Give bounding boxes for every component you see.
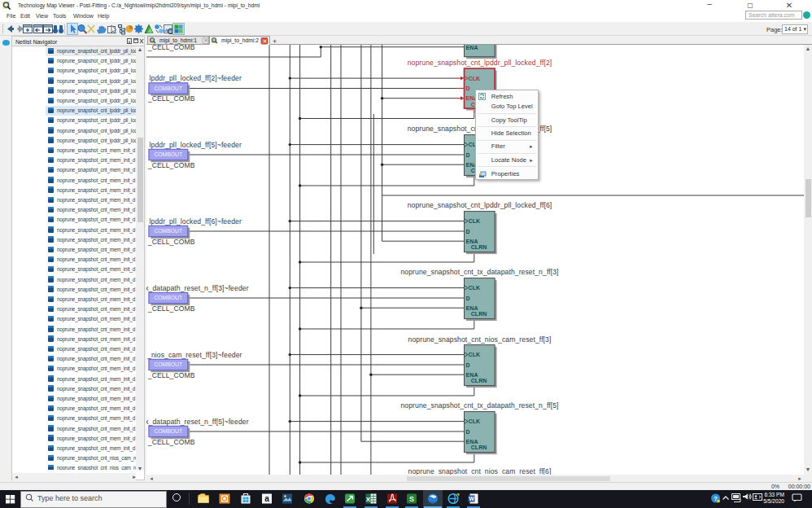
- svg-text:D: D: [466, 229, 470, 234]
- svg-text:_nios_cam_reset_ff[3]~feeder: _nios_cam_reset_ff[3]~feeder: [146, 351, 242, 359]
- svg-text:noprune_snapshot_cnt_nios_cam_: noprune_snapshot_cnt_nios_cam_reset_ff[6…: [408, 467, 552, 475]
- svg-text:+: +: [273, 37, 277, 46]
- svg-text:x_datapath_reset_n_ff[3]~feede: x_datapath_reset_n_ff[3]~feeder: [146, 284, 249, 292]
- svg-text:_CELL_COMB: _CELL_COMB: [147, 45, 195, 51]
- svg-text:✕: ✕: [263, 38, 267, 44]
- svg-text:mipi_to_hdmi:2: mipi_to_hdmi:2: [221, 37, 259, 44]
- svg-text:_CELL_COMB: _CELL_COMB: [147, 238, 195, 246]
- svg-text:noprune_snapshot_cnt_tx_datapa: noprune_snapshot_cnt_tx_datapath_reset_n…: [400, 268, 558, 276]
- svg-text:CLK: CLK: [469, 352, 481, 357]
- svg-text:_CELL_COMB: _CELL_COMB: [147, 161, 195, 169]
- svg-text:CLK: CLK: [469, 218, 481, 224]
- svg-text:noprune_snapshot_cnt_lpddr_pll: noprune_snapshot_cnt_lpddr_pll_locked_ff…: [408, 201, 552, 209]
- svg-text:x_datapath_reset_n_ff[5]~feede: x_datapath_reset_n_ff[5]~feeder: [146, 418, 249, 426]
- svg-text:✕: ✕: [203, 37, 207, 43]
- svg-text:COMBOUT: COMBOUT: [154, 295, 182, 300]
- svg-text:CLK: CLK: [469, 418, 481, 424]
- svg-text:lpddr_pll_locked_ff[2]~feeder: lpddr_pll_locked_ff[2]~feeder: [150, 74, 242, 82]
- svg-text:a: a: [264, 494, 269, 503]
- svg-text:COMBOUT: COMBOUT: [154, 361, 182, 367]
- svg-text:W: W: [469, 496, 474, 501]
- svg-text:D: D: [466, 152, 470, 158]
- svg-text:noprune_snapshot_cnt_tx_datapa: noprune_snapshot_cnt_tx_datapath_reset_n…: [400, 401, 558, 409]
- svg-text:ENA: ENA: [466, 305, 478, 311]
- svg-text:CLRN: CLRN: [471, 311, 487, 317]
- svg-text:lpddr_pll_locked_ff[5]~feeder: lpddr_pll_locked_ff[5]~feeder: [150, 141, 242, 149]
- svg-text:CLRN: CLRN: [471, 378, 487, 383]
- svg-text:_CELL_COMB: _CELL_COMB: [147, 371, 195, 379]
- svg-text:D: D: [466, 429, 470, 435]
- svg-text:D: D: [466, 362, 470, 368]
- svg-text:COMBOUT: COMBOUT: [154, 428, 182, 434]
- svg-text:_CELL_COMB: _CELL_COMB: [147, 94, 195, 103]
- svg-text:S: S: [409, 495, 414, 503]
- svg-text:CLRN: CLRN: [471, 244, 487, 250]
- svg-text:_CELL_COMB: _CELL_COMB: [147, 304, 195, 313]
- svg-text:noprune_snapshot_cnt_lpddr_pll: noprune_snapshot_cnt_lpddr_pll_locked_ff…: [408, 59, 552, 67]
- svg-text:ENA: ENA: [466, 45, 478, 50]
- svg-text:ENA: ENA: [466, 439, 478, 444]
- svg-text:ENA: ENA: [466, 372, 478, 378]
- svg-text:ENA: ENA: [466, 239, 478, 244]
- svg-text:_CELL_COMB: _CELL_COMB: [147, 438, 195, 446]
- svg-text:CLK: CLK: [469, 76, 481, 81]
- svg-text:X: X: [366, 496, 371, 503]
- svg-text:CLK: CLK: [469, 285, 481, 291]
- svg-text:mipi_to_hdmi:1: mipi_to_hdmi:1: [159, 37, 197, 44]
- svg-text:COMBOUT: COMBOUT: [154, 228, 182, 234]
- svg-text:noprune_snapshot_cnt_nios_cam_: noprune_snapshot_cnt_nios_cam_reset_ff[3…: [408, 335, 552, 344]
- svg-text:D: D: [466, 296, 470, 301]
- svg-text:lpddr_pll_locked_ff[6]~feeder: lpddr_pll_locked_ff[6]~feeder: [150, 217, 242, 226]
- svg-text:D: D: [466, 85, 470, 91]
- svg-text:CLRN: CLRN: [471, 444, 487, 450]
- svg-text:COMBOUT: COMBOUT: [154, 85, 182, 91]
- svg-text:COMBOUT: COMBOUT: [154, 151, 182, 157]
